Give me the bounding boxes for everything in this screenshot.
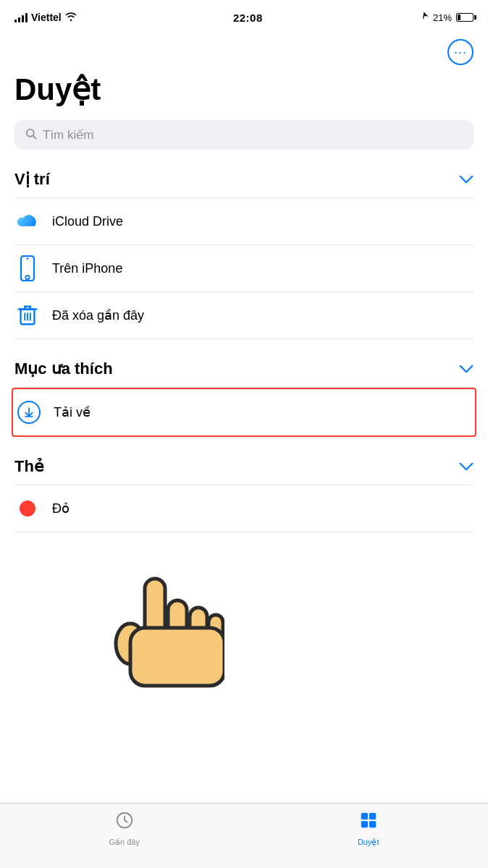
list-item-trash[interactable]: Đã xóa gần đây bbox=[14, 292, 474, 339]
browse-tab-icon bbox=[359, 811, 378, 835]
browse-tab-label: Duyệt bbox=[358, 838, 379, 847]
signal-bars bbox=[14, 12, 28, 22]
recent-tab-icon bbox=[115, 811, 134, 835]
more-button[interactable]: ··· bbox=[447, 39, 474, 65]
tab-item-recent[interactable]: Gần đây bbox=[109, 811, 139, 847]
list-item-iphone[interactable]: Trên iPhone bbox=[14, 245, 474, 292]
downloads-label: Tải về bbox=[54, 404, 91, 420]
svg-rect-15 bbox=[145, 579, 165, 637]
tags-list: Đỏ bbox=[14, 485, 474, 532]
recent-tab-label: Gần đây bbox=[109, 838, 139, 847]
favorites-section-header[interactable]: Mục ưa thích bbox=[14, 359, 474, 378]
list-item-downloads[interactable]: Tải về bbox=[12, 388, 476, 437]
svg-point-5 bbox=[25, 276, 29, 279]
search-placeholder: Tìm kiếm bbox=[43, 127, 93, 142]
svg-rect-24 bbox=[361, 821, 367, 827]
svg-rect-20 bbox=[130, 628, 224, 686]
carrier-label: Viettel bbox=[31, 12, 62, 23]
iphone-icon bbox=[14, 255, 41, 281]
svg-rect-3 bbox=[21, 256, 34, 281]
list-item-icloud[interactable]: iCloud Drive bbox=[14, 198, 474, 245]
search-bar[interactable]: Tìm kiếm bbox=[14, 120, 474, 150]
iphone-label: Trên iPhone bbox=[52, 261, 122, 276]
svg-rect-25 bbox=[369, 821, 376, 827]
tags-title: Thẻ bbox=[14, 457, 44, 476]
trash-icon bbox=[14, 302, 41, 328]
hand-cursor-overlay bbox=[94, 564, 224, 709]
tab-item-browse[interactable]: Duyệt bbox=[358, 811, 379, 847]
red-tag-icon bbox=[14, 495, 41, 522]
svg-point-4 bbox=[27, 258, 29, 260]
svg-line-1 bbox=[33, 136, 36, 139]
locations-chevron-icon bbox=[459, 172, 474, 187]
downloads-icon bbox=[16, 399, 42, 425]
locations-title: Vị trí bbox=[14, 170, 50, 189]
svg-rect-23 bbox=[369, 813, 376, 820]
svg-point-19 bbox=[116, 624, 145, 664]
main-content: Duyệt Tìm kiếm Vị trí bbox=[0, 72, 488, 532]
favorites-chevron-icon bbox=[459, 362, 474, 377]
location-icon bbox=[419, 12, 429, 23]
red-label: Đỏ bbox=[52, 501, 70, 516]
icloud-label: iCloud Drive bbox=[52, 214, 123, 229]
status-right: 21% bbox=[419, 12, 474, 23]
trash-label: Đã xóa gần đây bbox=[52, 307, 144, 323]
tab-bar: Gần đây Duyệt bbox=[0, 803, 488, 868]
more-button-container: ··· bbox=[0, 32, 488, 69]
svg-rect-16 bbox=[168, 600, 187, 652]
search-icon bbox=[25, 127, 37, 142]
icloud-icon bbox=[14, 208, 41, 234]
svg-rect-18 bbox=[209, 615, 223, 655]
svg-rect-22 bbox=[361, 813, 367, 820]
tags-section-header[interactable]: Thẻ bbox=[14, 457, 474, 476]
svg-rect-17 bbox=[190, 608, 207, 657]
favorites-list: Tải về bbox=[14, 387, 474, 437]
status-bar: Viettel 22:08 21% bbox=[0, 0, 488, 32]
locations-list: iCloud Drive Trên iPhone bbox=[14, 197, 474, 339]
tags-chevron-icon bbox=[459, 459, 474, 475]
status-time: 22:08 bbox=[233, 12, 263, 24]
locations-section-header[interactable]: Vị trí bbox=[14, 170, 474, 189]
battery-percent: 21% bbox=[433, 12, 452, 23]
status-left: Viettel bbox=[14, 12, 77, 23]
favorites-title: Mục ưa thích bbox=[14, 359, 113, 378]
battery-icon bbox=[456, 13, 474, 22]
list-item-red[interactable]: Đỏ bbox=[14, 485, 474, 532]
wifi-icon bbox=[65, 12, 77, 23]
page-title: Duyệt bbox=[14, 72, 474, 107]
